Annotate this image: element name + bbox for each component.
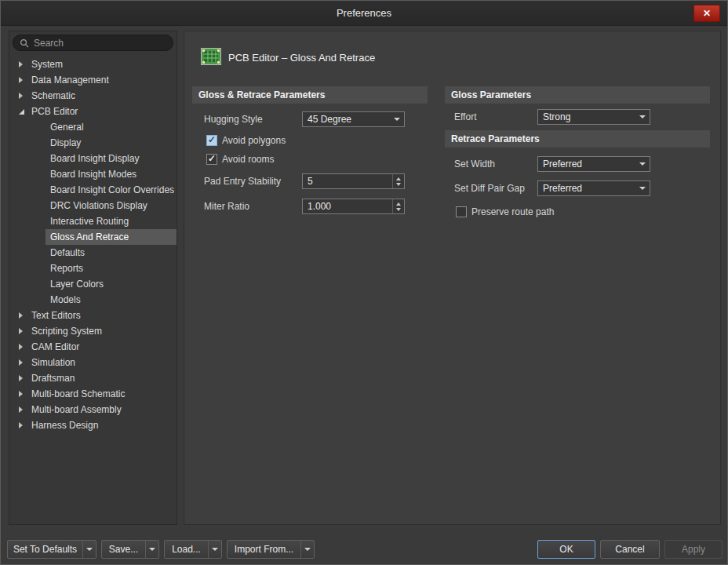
sidebar-item-cam-editor[interactable]: CAM Editor — [9, 339, 177, 355]
cancel-button[interactable]: Cancel — [600, 540, 660, 559]
sidebar-item-schematic[interactable]: Schematic — [9, 88, 177, 104]
dropdown-value: 45 Degree — [303, 114, 390, 125]
dropdown-value: Preferred — [538, 183, 635, 194]
window-title: Preferences — [1, 7, 727, 19]
chevron-down-icon — [635, 157, 650, 171]
sidebar-item-label: Multi-board Assembly — [31, 404, 122, 415]
pcb-editor-icon — [200, 46, 222, 67]
hugging-style-label: Hugging Style — [204, 111, 263, 127]
dropdown-value: Strong — [538, 111, 635, 122]
sidebar-item-label: Board Insight Display — [50, 153, 139, 164]
sidebar-item-multi-board-assembly[interactable]: Multi-board Assembly — [9, 402, 177, 417]
spinner-down-icon[interactable] — [396, 208, 401, 211]
sidebar-item-label: Simulation — [31, 357, 75, 368]
sidebar-item-scripting-system[interactable]: Scripting System — [9, 323, 177, 339]
sidebar-item-simulation[interactable]: Simulation — [9, 355, 177, 370]
chevron-collapsed-icon[interactable] — [19, 312, 27, 319]
spinner-value: 5 — [303, 176, 392, 187]
chevron-collapsed-icon[interactable] — [19, 406, 27, 413]
ok-button[interactable]: OK — [537, 540, 595, 559]
search-input[interactable]: Search — [13, 35, 173, 51]
sidebar-item-board-insight-display[interactable]: Board Insight Display — [46, 151, 177, 166]
search-icon — [20, 38, 29, 48]
sidebar-item-system[interactable]: System — [9, 56, 177, 72]
miter-ratio-spinner[interactable]: 1.000 — [302, 199, 405, 214]
section-gloss-retrace-parameters: Gloss & Retrace Parameters — [192, 86, 428, 104]
chevron-expanded-icon[interactable] — [19, 109, 27, 115]
spinner-up-icon[interactable] — [396, 202, 401, 206]
spinner-down-icon[interactable] — [396, 183, 401, 186]
sidebar-item-draftsman[interactable]: Draftsman — [9, 370, 177, 386]
sidebar-item-multi-board-schematic[interactable]: Multi-board Schematic — [9, 386, 177, 402]
chevron-down-icon — [635, 181, 650, 195]
sidebar-item-gloss-and-retrace[interactable]: Gloss And Retrace — [46, 229, 177, 245]
section-gloss-parameters: Gloss Parameters — [445, 86, 710, 104]
sidebar-item-text-editors[interactable]: Text Editors — [9, 308, 177, 323]
sidebar-item-label: Board Insight Color Overrides — [50, 184, 174, 195]
chevron-collapsed-icon[interactable] — [19, 77, 27, 83]
chevron-collapsed-icon[interactable] — [19, 391, 27, 397]
sidebar-item-models[interactable]: Models — [46, 292, 177, 308]
effort-dropdown[interactable]: Strong — [537, 109, 650, 125]
sidebar-item-label: Board Insight Modes — [50, 169, 136, 180]
set-width-dropdown[interactable]: Preferred — [537, 156, 650, 172]
apply-button[interactable]: Apply — [664, 540, 723, 559]
preferences-window: Preferences ✕ Search SystemData Manageme… — [0, 0, 728, 565]
chevron-collapsed-icon[interactable] — [19, 375, 27, 381]
import-from-button[interactable]: Import From... — [227, 540, 315, 559]
chevron-collapsed-icon[interactable] — [19, 359, 27, 366]
sidebar-item-label: CAM Editor — [31, 341, 79, 352]
sidebar-item-harness-design[interactable]: Harness Design — [9, 417, 177, 433]
chevron-collapsed-icon[interactable] — [19, 422, 27, 428]
sidebar-item-data-management[interactable]: Data Management — [9, 72, 177, 88]
sidebar-item-label: Layer Colors — [50, 279, 104, 290]
sidebar-item-label: PCB Editor — [31, 106, 78, 117]
chevron-collapsed-icon[interactable] — [19, 328, 27, 334]
set-width-label: Set Width — [454, 156, 495, 172]
chevron-down-icon[interactable] — [208, 541, 221, 558]
sidebar-item-label: Data Management — [31, 75, 109, 86]
sidebar-item-reports[interactable]: Reports — [46, 261, 177, 276]
preserve-route-path-checkbox[interactable] — [456, 206, 467, 217]
chevron-collapsed-icon[interactable] — [19, 93, 27, 99]
chevron-down-icon[interactable] — [300, 541, 314, 558]
sidebar-item-general[interactable]: General — [46, 119, 177, 135]
sidebar-item-defaults[interactable]: Defaults — [46, 245, 177, 261]
save-button[interactable]: Save... — [101, 540, 159, 559]
chevron-collapsed-icon[interactable] — [19, 344, 27, 350]
sidebar-item-label: Reports — [50, 263, 83, 274]
sidebar-item-board-insight-modes[interactable]: Board Insight Modes — [46, 166, 177, 182]
sidebar-item-board-insight-color-overrides[interactable]: Board Insight Color Overrides — [46, 182, 177, 198]
set-to-defaults-button[interactable]: Set To Defaults — [7, 540, 96, 559]
avoid-rooms-checkbox[interactable] — [206, 154, 217, 165]
sidebar-item-drc-violations-display[interactable]: DRC Violations Display — [46, 198, 177, 213]
titlebar: Preferences ✕ — [1, 1, 727, 26]
sidebar-item-label: Schematic — [31, 90, 75, 101]
pad-entry-stability-label: Pad Entry Stability — [204, 173, 281, 189]
button-label: Save... — [102, 544, 145, 555]
sidebar-item-display[interactable]: Display — [46, 135, 177, 151]
sidebar-item-interactive-routing[interactable]: Interactive Routing — [46, 213, 177, 229]
spinner-buttons[interactable] — [392, 199, 404, 213]
hugging-style-dropdown[interactable]: 45 Degree — [302, 111, 405, 127]
main-panel: PCB Editor – Gloss And Retrace Gloss & R… — [184, 31, 721, 525]
spinner-up-icon[interactable] — [396, 177, 401, 180]
chevron-down-icon[interactable] — [82, 541, 96, 558]
sidebar-item-layer-colors[interactable]: Layer Colors — [46, 276, 177, 292]
set-diff-pair-gap-dropdown[interactable]: Preferred — [537, 180, 650, 196]
avoid-polygons-checkbox[interactable] — [206, 135, 217, 146]
pad-entry-stability-spinner[interactable]: 5 — [302, 173, 405, 189]
page-title: PCB Editor – Gloss And Retrace — [228, 52, 375, 64]
section-retrace-parameters: Retrace Parameters — [445, 130, 710, 148]
load-button[interactable]: Load... — [164, 540, 222, 559]
chevron-collapsed-icon[interactable] — [19, 61, 27, 67]
close-button[interactable]: ✕ — [693, 5, 720, 22]
avoid-rooms-label: Avoid rooms — [222, 151, 274, 167]
sidebar-item-pcb-editor[interactable]: PCB Editor — [9, 104, 177, 119]
sidebar-item-label: Draftsman — [31, 373, 75, 384]
sidebar-item-label: Interactive Routing — [50, 216, 129, 227]
sidebar-item-label: General — [50, 122, 84, 133]
chevron-down-icon — [635, 110, 650, 124]
chevron-down-icon[interactable] — [145, 541, 158, 558]
spinner-buttons[interactable] — [392, 174, 404, 188]
